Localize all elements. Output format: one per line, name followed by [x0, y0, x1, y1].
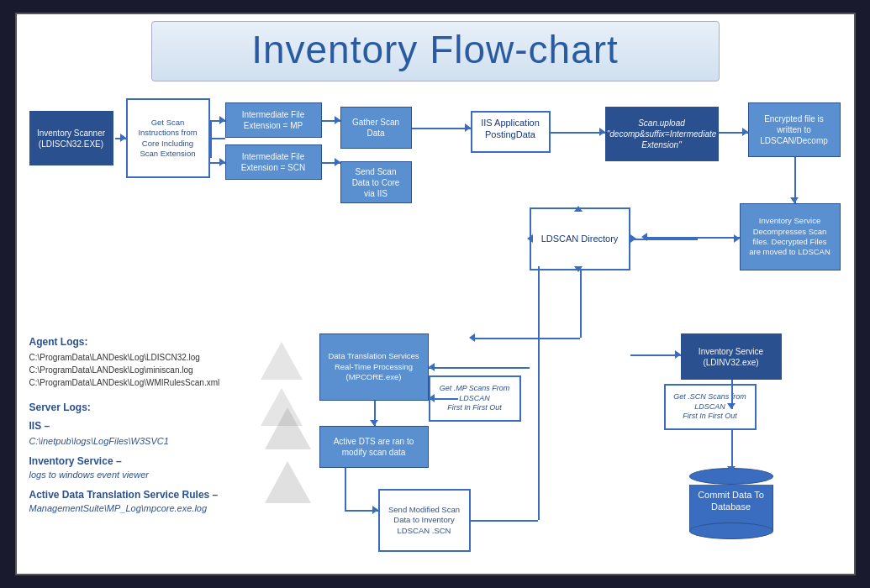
send-modified-box: Send Modified Scan Data to Inventory LDS… [378, 489, 471, 552]
ldscan-dir-label: LDSCAN Directory [541, 233, 619, 244]
inventory-service-label: Inventory Service (LDINV32.exe) [699, 346, 763, 368]
arrowhead-ldscan-right [630, 234, 636, 243]
encrypted-file-box: Encrypted file is written to LDSCAN/Deco… [748, 102, 841, 157]
intermediate-mp-label: Intermediate File Extension = MP [233, 109, 314, 131]
iis-path: C:\inetpub\logs\LogFiles\W3SVC1 [29, 436, 265, 446]
gather-scan-label: Gather Scan Data [348, 117, 404, 139]
agent-log3: C:\ProgramData\LANDesk\Log\WMIRulesScan.… [29, 377, 265, 389]
arrowhead-14 [675, 350, 681, 359]
arrowhead-ldscan-up [574, 206, 583, 212]
encrypted-file-label: Encrypted file is written to LDSCAN/Deco… [756, 113, 833, 146]
arrowhead-7 [790, 197, 799, 203]
get-scn-scans-label: Get .SCN Scans from LDSCAN First In Firs… [672, 392, 748, 422]
iis-posting-box: IIS Application PostingData [471, 111, 551, 153]
iis-label: IIS – [29, 420, 50, 432]
arrow-14 [630, 354, 681, 356]
arrowhead-10 [469, 333, 475, 342]
inventory-scanner-box: Inventory Scanner (LDISCN32.EXE) [29, 111, 113, 165]
scan-upload-box: Scan.upload "decomp&suffix=Intermediate … [605, 107, 719, 161]
page-title: Inventory Flow-chart [169, 27, 702, 72]
get-scan-label: Get Scan Instructions from Core Includin… [134, 118, 202, 159]
arrowhead-4 [465, 123, 471, 132]
inventory-service-log-label: Inventory Service – [29, 455, 122, 467]
arrowhead-2b [219, 158, 225, 166]
arrowhead-15 [734, 234, 740, 243]
arrow-4 [412, 128, 471, 129]
arrow-2b [210, 120, 212, 158]
title-banner: Inventory Flow-chart [151, 21, 720, 81]
commit-data-cylinder: Commit Data To Database [689, 468, 773, 543]
commit-data-label: Commit Data To Database [689, 489, 773, 513]
inventory-service-note: logs to windows event viewer [29, 470, 265, 480]
arrow-7 [794, 157, 796, 203]
get-scn-scans-box: Get .SCN Scans from LDSCAN First In Firs… [664, 384, 757, 430]
arrowhead-1 [120, 134, 126, 142]
arrow-13a [471, 520, 538, 522]
arrow-10b [475, 338, 580, 339]
arrowhead-3b [335, 158, 340, 166]
arrowhead-11 [370, 420, 378, 426]
svg-marker-2 [265, 407, 311, 449]
svg-marker-0 [261, 342, 303, 380]
arrow-15 [630, 239, 698, 240]
arrowhead-ldscan-left [527, 234, 533, 243]
active-dts-log-label: Active Data Translation Service Rules – [29, 489, 219, 501]
iis-posting-label: IIS Application PostingData [481, 118, 540, 139]
arrowhead-12 [372, 506, 378, 514]
svg-marker-3 [265, 461, 311, 503]
arrowhead-6 [742, 128, 748, 136]
send-scan-box: Send Scan Data to Core via IIS [340, 161, 412, 203]
gather-scan-box: Gather Scan Data [340, 107, 412, 149]
active-dts-label: Active DTS are ran to modify scan data [327, 436, 421, 458]
send-scan-label: Send Scan Data to Core via IIS [348, 166, 404, 199]
inventory-service-box: Inventory Service (LDINV32.exe) [681, 333, 782, 380]
arrowhead-17 [727, 466, 736, 472]
left-panel: Agent Logs: C:\ProgramData\LANDesk\Log\L… [29, 333, 265, 513]
intermediate-scn-box: Intermediate File Extension = SCN [225, 144, 322, 180]
data-translation-label: Data Translation Services Real-Time Proc… [327, 351, 421, 382]
active-dts-path: ManagementSuite\MP_Log\mpcore.exe.log [29, 503, 265, 513]
intermediate-scn-label: Intermediate File Extension = SCN [233, 151, 314, 173]
deco-triangles-bottom [261, 401, 315, 510]
arrow-5 [551, 132, 605, 134]
arrowhead-2a [219, 116, 225, 124]
intermediate-mp-box: Intermediate File Extension = MP [225, 102, 322, 138]
agent-log1: C:\ProgramData\LANDesk\Log\LDISCN32.log [29, 352, 265, 364]
arrowhead-3a [335, 116, 340, 124]
get-scan-box: Get Scan Instructions from Core Includin… [126, 98, 210, 178]
arrow-10a [580, 270, 582, 338]
arrow-13b [538, 266, 540, 520]
active-dts-box: Active DTS are ran to modify scan data [319, 426, 429, 468]
arrowhead-5 [599, 128, 605, 136]
arrowhead-9 [429, 363, 435, 371]
arrow-9 [429, 367, 530, 369]
inventory-decomp-box: Inventory Service Decompresses Scan file… [740, 203, 841, 270]
inventory-scanner-label: Inventory Scanner (LDISCN32.EXE) [37, 128, 105, 150]
inventory-decomp-label: Inventory Service Decompresses Scan file… [747, 216, 833, 257]
agent-log2: C:\ProgramData\LANDesk\Log\miniscan.log [29, 365, 265, 376]
ldscan-dir-box: LDSCAN Directory [530, 207, 630, 270]
send-modified-label: Send Modified Scan Data to Inventory LDS… [387, 505, 462, 536]
data-translation-box: Data Translation Services Real-Time Proc… [319, 333, 429, 401]
arrowhead-ldscan-down [574, 266, 583, 272]
arrowhead-16 [727, 403, 736, 409]
server-logs-title: Server Logs: [29, 402, 91, 413]
arrow-2a [210, 138, 225, 139]
scan-upload-label: Scan.upload "decomp&suffix=Intermediate … [607, 118, 717, 150]
cylinder-bottom [689, 522, 773, 539]
arrowhead-18 [429, 394, 435, 402]
arrow-12a [345, 468, 346, 510]
agent-logs-title: Agent Logs: [29, 336, 88, 348]
main-container: Inventory Flow-chart Inventory Scanner (… [15, 13, 856, 575]
